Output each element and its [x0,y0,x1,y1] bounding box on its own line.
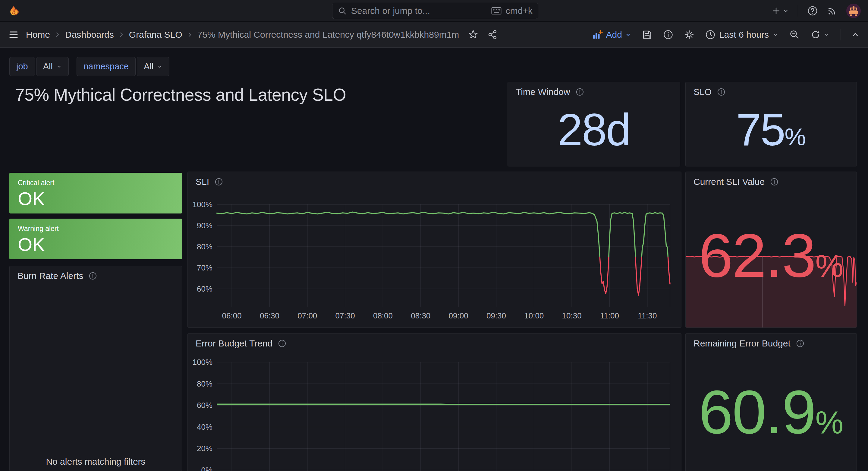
filter-job-label: job [9,57,35,76]
info-icon[interactable] [770,178,778,186]
svg-text:100%: 100% [193,200,213,209]
add-label: Add [606,30,622,40]
info-icon[interactable] [89,272,97,280]
grafana-logo[interactable] [7,5,19,17]
panel-title: Remaining Error Budget [693,338,790,349]
chevron-right-icon [55,31,60,38]
filter-namespace-label: namespace [76,57,135,76]
zoom-out-icon[interactable] [789,30,800,40]
chevron-down-icon [783,8,789,14]
panel-time-window: Time Window 28d [507,82,680,167]
breadcrumb-folder[interactable]: Grafana SLO [129,30,182,40]
alert-label: Warning alert [18,225,59,233]
svg-text:11:00: 11:00 [600,311,619,320]
svg-text:90%: 90% [197,221,213,230]
stat-value: 62.3% [699,224,843,286]
svg-text:08:00: 08:00 [373,311,393,320]
panel-title: Burn Rate Alerts [18,271,83,281]
time-range-picker[interactable]: Last 6 hours [705,30,778,40]
panel-current-sli: Current SLI Value 62.3% [685,172,857,328]
info-icon[interactable] [576,88,584,96]
panel-title: Time Window [516,87,570,97]
info-icon[interactable] [215,178,223,186]
panel-remaining-error-budget: Remaining Error Budget 60.9% [685,333,857,471]
dashboard-canvas: job All namespace All 75% Mythical Corre… [0,48,868,471]
variable-filters: job All namespace All [9,57,169,76]
stat-value: 28d [558,107,630,152]
help-icon[interactable] [807,5,818,16]
panel-title: SLO [693,87,712,97]
svg-text:06:00: 06:00 [222,311,242,320]
alert-status: OK [18,188,45,209]
svg-text:09:30: 09:30 [487,311,506,320]
settings-gear-icon[interactable] [684,30,694,40]
toolbar-divider [841,29,841,40]
save-icon[interactable] [642,30,652,40]
search-input[interactable]: Search or jump to... cmd+k [332,3,538,19]
svg-text:07:00: 07:00 [298,311,317,320]
refresh-icon[interactable] [810,30,830,40]
avatar[interactable] [846,4,861,18]
breadcrumb-current: 75% Mythical Correctness and Latency qtf… [197,30,459,40]
panel-burn-rate-alerts: Burn Rate Alerts No alerts matching filt… [9,266,182,471]
panel-sli-chart: SLI 100%90%80%70%60%06:0006:3007:0007:30… [187,172,681,328]
panel-error-budget-trend: Error Budget Trend 100%80%60%40%20%0% [187,333,681,471]
filter-job-value[interactable]: All [36,57,69,76]
panel-title: Error Budget Trend [195,338,273,349]
info-icon[interactable] [278,339,286,348]
news-rss-icon[interactable] [827,6,837,16]
filter-namespace-value[interactable]: All [137,57,169,76]
breadcrumb: Home Dashboards Grafana SLO 75% Mythical… [26,30,459,40]
sli-time-series: 100%90%80%70%60%06:0006:3007:0007:3008:0… [188,172,681,327]
svg-text:20%: 20% [197,444,213,453]
keyboard-icon [491,7,501,15]
panel-critical-alert: Critical alert OK [9,173,182,213]
chevron-down-icon [772,32,778,38]
error-budget-time-series: 100%80%60%40%20%0% [188,333,681,471]
dashboard-toolbar: Add [592,29,859,40]
svg-text:100%: 100% [193,358,213,367]
search-icon [338,6,347,16]
panel-title: SLI [195,177,209,187]
breadcrumb-home[interactable]: Home [26,30,50,40]
alert-label: Critical alert [18,179,54,187]
svg-text:10:30: 10:30 [562,311,582,320]
clock-icon [705,30,715,40]
bar-chart-plus-icon [592,30,603,40]
panel-title: Current SLI Value [693,177,765,187]
share-icon[interactable] [487,30,498,40]
chevron-down-icon [157,64,162,69]
panel-warning-alert: Warning alert OK [9,218,182,259]
chevron-right-icon [187,31,193,38]
svg-text:80%: 80% [197,242,213,251]
favorite-star-icon[interactable] [468,30,478,39]
panel-info-icon[interactable] [663,30,673,40]
chevron-down-icon [824,32,830,38]
stat-value: 60.9% [699,381,843,443]
chevron-down-icon [625,32,631,38]
breadcrumb-dashboards[interactable]: Dashboards [65,30,114,40]
svg-text:60%: 60% [197,284,213,293]
chevron-right-icon [119,31,124,38]
empty-state-text: No alerts matching filters [10,457,182,467]
new-button[interactable] [772,7,789,15]
svg-text:0%: 0% [201,466,213,471]
add-button[interactable]: Add [592,30,631,40]
time-range-label: Last 6 hours [719,30,769,40]
info-icon[interactable] [796,339,804,348]
info-icon[interactable] [717,88,725,96]
alert-status: OK [18,234,45,255]
panel-slo: SLO 75% [685,82,857,167]
nav-bar: Home Dashboards Grafana SLO 75% Mythical… [0,22,868,48]
page-title: 75% Mythical Correctness and Latency SLO [15,85,346,105]
svg-text:60%: 60% [197,401,213,410]
svg-text:08:30: 08:30 [411,311,430,320]
svg-text:09:00: 09:00 [449,311,468,320]
top-bar: Search or jump to... cmd+k [0,0,868,22]
svg-text:80%: 80% [197,379,213,388]
svg-text:07:30: 07:30 [336,311,355,320]
collapse-chevron-up-icon[interactable] [852,31,859,38]
search-placeholder: Search or jump to... [351,6,487,16]
grafana-dashboard: Search or jump to... cmd+k [0,0,868,471]
menu-icon[interactable] [9,31,18,38]
